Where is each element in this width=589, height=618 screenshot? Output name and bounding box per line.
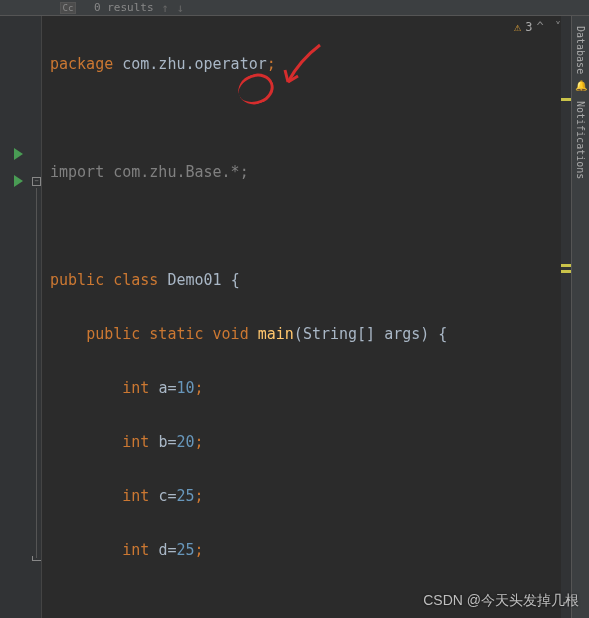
run-gutter-icon[interactable] [14, 148, 23, 160]
watermark: CSDN @今天头发掉几根 [423, 592, 579, 610]
var: c= [158, 487, 176, 505]
notifications-tab[interactable]: Notifications [575, 101, 586, 179]
fold-toggle[interactable]: − [32, 177, 41, 186]
nav-arrows[interactable]: ^ ˅ [537, 20, 563, 34]
method-name: main [258, 325, 294, 343]
prev-result-button[interactable]: ↑ [162, 1, 169, 15]
bell-icon: 🔔 [575, 80, 587, 91]
keyword: int [122, 433, 158, 451]
import-path: com.zhu.Base.* [104, 163, 239, 181]
stripe-mark[interactable] [561, 264, 571, 267]
number: 10 [176, 379, 194, 397]
semicolon: ; [195, 379, 204, 397]
editor-gutter: − [0, 16, 42, 618]
run-gutter-icon[interactable] [14, 175, 23, 187]
params: [] args) [357, 325, 438, 343]
class-name: Demo01 [167, 271, 230, 289]
match-case-button[interactable]: Cc [60, 2, 76, 14]
semicolon: ; [195, 541, 204, 559]
semicolon: ; [195, 433, 204, 451]
semicolon: ; [195, 487, 204, 505]
stripe-mark[interactable] [561, 270, 571, 273]
keyword: int [122, 487, 158, 505]
semicolon: ; [240, 163, 249, 181]
warning-icon: ⚠ [514, 20, 521, 34]
keyword: int [122, 379, 158, 397]
code-editor[interactable]: package com.zhu.operator; import com.zhu… [42, 16, 571, 618]
brace: { [438, 325, 447, 343]
findbar: Cc 0 results ↑ ↓ [0, 0, 589, 16]
error-stripe[interactable] [561, 16, 571, 618]
keyword: package [50, 55, 113, 73]
var: a= [158, 379, 176, 397]
warning-count: 3 [525, 20, 532, 34]
keyword: void [213, 325, 258, 343]
number: 25 [176, 541, 194, 559]
brace: { [231, 271, 240, 289]
stripe-mark[interactable] [561, 98, 571, 101]
number: 25 [176, 487, 194, 505]
keyword: class [113, 271, 167, 289]
number: 20 [176, 433, 194, 451]
var: d= [158, 541, 176, 559]
type: String [303, 325, 357, 343]
keyword: public [86, 325, 149, 343]
paren: ( [294, 325, 303, 343]
right-toolbar: Database 🔔 Notifications [571, 16, 589, 618]
package-path: com.zhu.operator [113, 55, 267, 73]
fold-line [36, 188, 37, 558]
inspection-widget[interactable]: ⚠ 3 ^ ˅ [514, 20, 563, 34]
next-result-button[interactable]: ↓ [177, 1, 184, 15]
semicolon: ; [267, 55, 276, 73]
keyword: import [50, 163, 104, 181]
keyword: public [50, 271, 113, 289]
fold-end [32, 556, 41, 561]
database-tab[interactable]: Database [575, 26, 586, 74]
var: b= [158, 433, 176, 451]
keyword: static [149, 325, 212, 343]
results-count: 0 results [94, 1, 154, 14]
keyword: int [122, 541, 158, 559]
